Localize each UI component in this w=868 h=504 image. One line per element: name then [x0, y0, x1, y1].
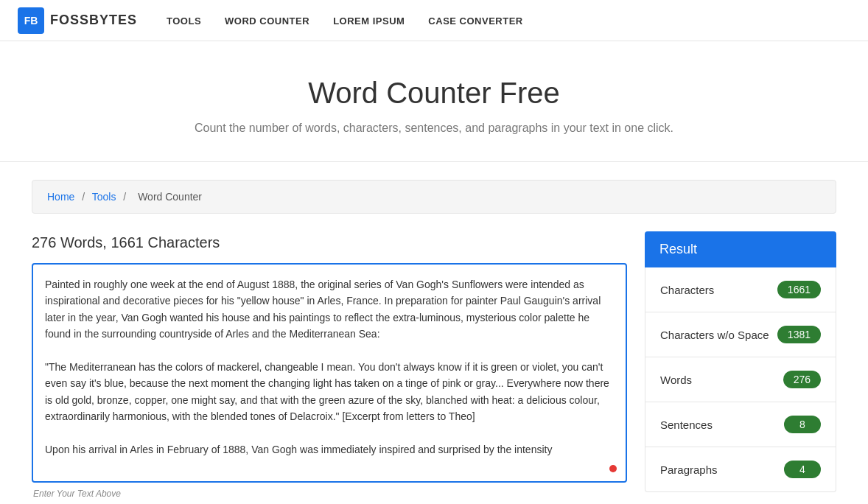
nav-item-lorem-ipsum[interactable]: LOREM IPSUM [333, 15, 405, 27]
result-label-paragraphs: Paragraphs [660, 463, 718, 476]
breadcrumb-tools[interactable]: Tools [92, 191, 116, 203]
main-content: Home / Tools / Word Counter 276 Words, 1… [14, 162, 854, 504]
word-count-header: 276 Words, 1661 Characters [32, 231, 627, 254]
breadcrumb: Home / Tools / Word Counter [32, 180, 836, 214]
result-panel: Result Characters 1661 Characters w/o Sp… [645, 231, 836, 492]
result-badge-sentences: 8 [784, 416, 821, 433]
nav-item-case-converter[interactable]: CASE CONVERTER [428, 15, 522, 27]
result-row-words: Words 276 [645, 357, 836, 402]
nav-item-word-counter[interactable]: WORD COUNTER [225, 15, 309, 27]
editor-panel: 276 Words, 1661 Characters Enter Your Te… [32, 231, 627, 499]
result-badge-characters-nospace: 1381 [777, 326, 821, 343]
result-badge-characters: 1661 [777, 281, 821, 298]
result-row-characters-nospace: Characters w/o Space 1381 [645, 312, 836, 357]
nav-links: TOOLS WORD COUNTER LOREM IPSUM CASE CONV… [167, 14, 523, 27]
nav-item-tools[interactable]: TOOLS [167, 15, 201, 27]
logo-text: FOSSBYTES [50, 13, 137, 28]
breadcrumb-sep-1: / [82, 191, 85, 203]
logo-icon: FB [18, 7, 44, 34]
result-label-characters: Characters [660, 284, 714, 296]
breadcrumb-sep-2: / [123, 191, 126, 203]
hero-section: Word Counter Free Count the number of wo… [0, 41, 868, 162]
red-dot-indicator [609, 465, 617, 472]
hero-subtitle: Count the number of words, characters, s… [18, 122, 850, 135]
navbar: FB FOSSBYTES TOOLS WORD COUNTER LOREM IP… [0, 0, 868, 41]
result-label-characters-nospace: Characters w/o Space [660, 329, 769, 341]
logo-link[interactable]: FB FOSSBYTES [18, 7, 137, 34]
result-badge-paragraphs: 4 [784, 461, 821, 478]
text-input[interactable] [33, 265, 626, 478]
result-badge-words: 276 [783, 371, 821, 388]
textarea-hint: Enter Your Text Above [32, 489, 627, 499]
result-body: Characters 1661 Characters w/o Space 138… [645, 267, 836, 492]
content-columns: 276 Words, 1661 Characters Enter Your Te… [32, 231, 836, 499]
result-header: Result [645, 231, 836, 267]
textarea-wrapper [32, 263, 627, 483]
breadcrumb-current: Word Counter [138, 191, 202, 203]
result-row-characters: Characters 1661 [645, 267, 836, 312]
result-row-paragraphs: Paragraphs 4 [645, 447, 836, 491]
result-label-words: Words [660, 374, 692, 386]
result-label-sentences: Sentences [660, 419, 713, 431]
hero-title: Word Counter Free [18, 77, 850, 110]
breadcrumb-home[interactable]: Home [47, 191, 74, 203]
result-row-sentences: Sentences 8 [645, 402, 836, 447]
